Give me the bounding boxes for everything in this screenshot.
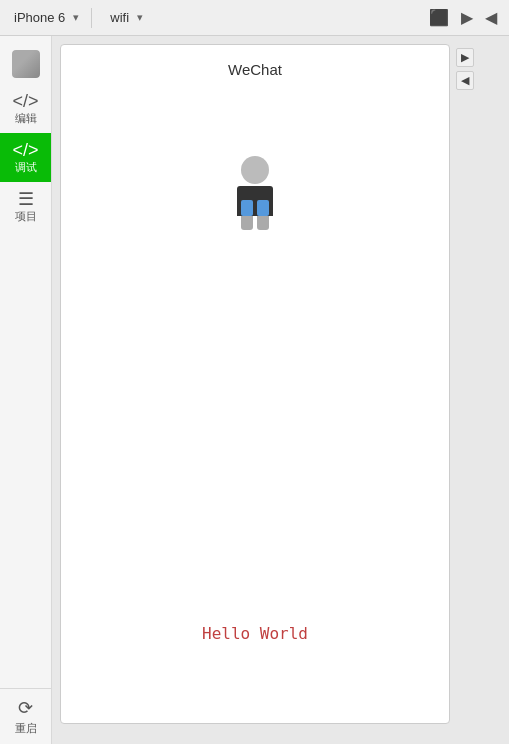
right-area: WeChat Hello World ▶ ◀ bbox=[52, 36, 509, 744]
topbar-play-icon[interactable]: ▶ bbox=[457, 6, 477, 29]
figure-legs bbox=[241, 216, 269, 230]
sidebar-debug-label: 调试 bbox=[15, 161, 37, 174]
stop-button[interactable]: ◀ bbox=[456, 71, 474, 90]
topbar-back-icon[interactable]: ◀ bbox=[481, 6, 501, 29]
figure-leg-left bbox=[241, 216, 253, 230]
network-arrow-icon[interactable]: ▾ bbox=[137, 11, 143, 24]
avatar-figure bbox=[225, 156, 285, 236]
device-selector[interactable]: iPhone 6 ▾ bbox=[8, 8, 79, 27]
device-arrow-icon[interactable]: ▾ bbox=[73, 11, 79, 24]
figure-body bbox=[237, 186, 273, 216]
phone-title: WeChat bbox=[61, 45, 449, 86]
top-right-actions: ⬛ ▶ ◀ bbox=[425, 6, 501, 29]
main-layout: </> 编辑 </> 调试 ☰ 项目 ⟳ 重启 WeChat bbox=[0, 36, 509, 744]
avatar bbox=[12, 50, 40, 78]
phone-content: Hello World bbox=[61, 86, 449, 723]
avatar-image bbox=[12, 50, 40, 78]
top-separator bbox=[91, 8, 92, 28]
sidebar-item-editor[interactable]: </> 编辑 bbox=[0, 84, 51, 133]
sidebar-editor-label: 编辑 bbox=[15, 112, 37, 125]
debug-icon: </> bbox=[12, 141, 38, 159]
sidebar-project-label: 项目 bbox=[15, 210, 37, 223]
sidebar-item-project[interactable]: ☰ 项目 bbox=[0, 182, 51, 231]
figure-head bbox=[241, 156, 269, 184]
project-icon: ☰ bbox=[18, 190, 34, 208]
play-button[interactable]: ▶ bbox=[456, 48, 474, 67]
top-bar: iPhone 6 ▾ wifi ▾ ⬛ ▶ ◀ bbox=[0, 0, 509, 36]
restart-icon: ⟳ bbox=[18, 697, 33, 719]
network-selector[interactable]: wifi ▾ bbox=[104, 8, 143, 27]
device-label: iPhone 6 bbox=[8, 8, 71, 27]
sidebar-item-avatar[interactable] bbox=[0, 44, 51, 84]
topbar-extra-icon[interactable]: ⬛ bbox=[425, 6, 453, 29]
hello-world-text: Hello World bbox=[61, 624, 449, 643]
sidebar-restart-label: 重启 bbox=[15, 721, 37, 736]
sidebar-item-debug[interactable]: </> 调试 bbox=[0, 133, 51, 182]
figure-leg-right bbox=[257, 216, 269, 230]
network-label: wifi bbox=[104, 8, 135, 27]
sidebar-item-restart[interactable]: ⟳ 重启 bbox=[0, 688, 51, 744]
side-controls: ▶ ◀ bbox=[456, 44, 474, 90]
phone-simulator: WeChat Hello World bbox=[60, 44, 450, 724]
editor-icon: </> bbox=[12, 92, 38, 110]
sidebar: </> 编辑 </> 调试 ☰ 项目 ⟳ 重启 bbox=[0, 36, 52, 744]
